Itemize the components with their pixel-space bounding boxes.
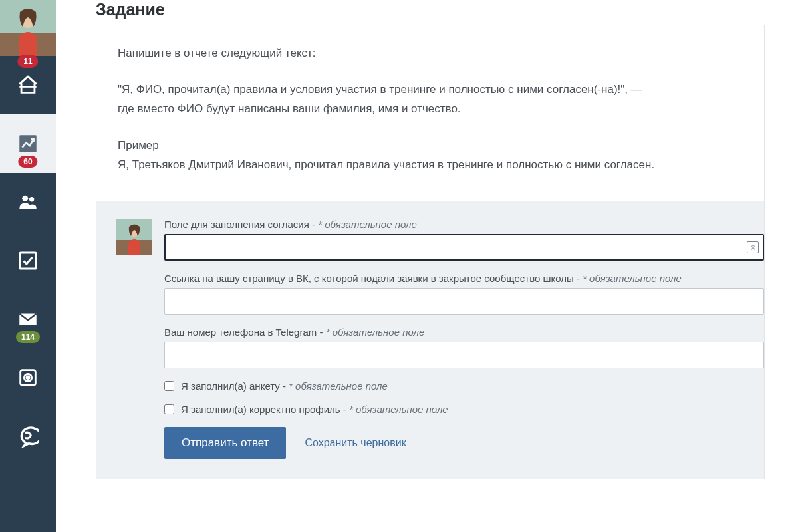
nav-mail-badge: 114: [16, 331, 40, 343]
nav-mail[interactable]: 114: [0, 290, 56, 348]
svg-point-17: [751, 245, 754, 248]
chart-arrow-icon: [17, 132, 39, 155]
mail-icon: [17, 308, 39, 331]
desc-line-4: Пример: [118, 136, 743, 156]
check-survey[interactable]: Я заполнил(а) анкету - * обязательное по…: [164, 380, 764, 392]
task-card: Напишите в отчете следующий текст: "Я, Ф…: [96, 25, 765, 479]
nav-chat[interactable]: [0, 407, 56, 466]
field-vklink: Ссылка на вашу страницу в ВК, с которой …: [164, 273, 764, 315]
svg-point-9: [27, 376, 29, 379]
form-avatar: [116, 219, 152, 255]
check-profile-box[interactable]: [164, 404, 174, 414]
desc-line-3: где вместо ФИО будут написаны ваши фамил…: [118, 100, 743, 119]
nav-progress-badge: 60: [18, 156, 37, 168]
sidebar-avatar[interactable]: 11: [0, 0, 56, 56]
contact-card-icon[interactable]: [747, 241, 759, 253]
response-form: Поле для заполнения согласия - * обязате…: [96, 201, 764, 479]
check-profile[interactable]: Я заполнил(а) корректно профиль - * обяз…: [164, 404, 764, 415]
svg-point-5: [29, 197, 34, 201]
nav-progress[interactable]: 60: [0, 114, 56, 173]
save-draft-link[interactable]: Сохранить черновик: [305, 437, 406, 449]
submit-button[interactable]: Отправить ответ: [164, 427, 286, 459]
nav-people[interactable]: [0, 173, 56, 231]
check-survey-box[interactable]: [164, 381, 174, 391]
home-icon: [17, 74, 39, 96]
svg-rect-6: [20, 253, 36, 269]
task-description: Напишите в отчете следующий текст: "Я, Ф…: [96, 25, 764, 201]
consent-input[interactable]: [164, 234, 764, 261]
desc-line-2: "Я, ФИО, прочитал(а) правила и условия у…: [118, 80, 743, 100]
checkbox-icon: [17, 249, 39, 272]
desc-line-1: Напишите в отчете следующий текст:: [118, 44, 743, 63]
page-title: Задание: [96, 0, 798, 19]
sidebar: 11 60: [0, 0, 56, 532]
svg-point-4: [22, 196, 28, 201]
telegram-input[interactable]: [164, 342, 764, 368]
nav-safe[interactable]: [0, 348, 56, 407]
field-consent-label: Поле для заполнения согласия - * обязате…: [164, 219, 764, 230]
field-consent: Поле для заполнения согласия - * обязате…: [164, 219, 764, 261]
field-vklink-label: Ссылка на вашу страницу в ВК, с которой …: [164, 273, 764, 284]
avatar-image: [0, 0, 56, 56]
vklink-input[interactable]: [164, 288, 764, 315]
nav-tasks[interactable]: [0, 231, 56, 290]
people-icon: [17, 191, 39, 213]
avatar-image-small: [116, 219, 152, 255]
main-content: Задание Напишите в отчете следующий текс…: [56, 0, 798, 532]
safe-icon: [17, 366, 39, 389]
avatar-notification-badge: 11: [17, 55, 38, 68]
desc-line-5: Я, Третьяков Дмитрий Иванович, прочитал …: [118, 156, 743, 175]
chat-icon: [17, 425, 39, 448]
field-telegram: Ваш номер телефона в Telegram - * обязат…: [164, 327, 764, 368]
field-telegram-label: Ваш номер телефона в Telegram - * обязат…: [164, 327, 764, 338]
